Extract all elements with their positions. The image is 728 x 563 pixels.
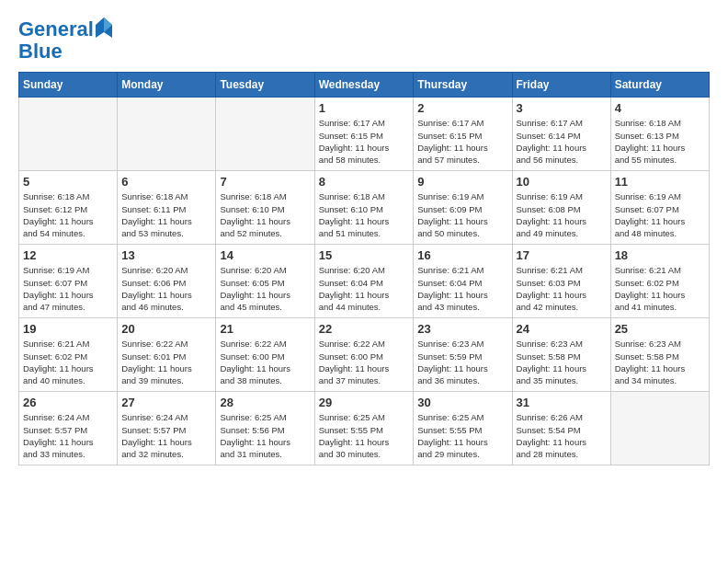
day-number: 29 bbox=[319, 396, 410, 409]
calendar-cell: 24Sunrise: 6:23 AM Sunset: 5:58 PM Dayli… bbox=[512, 318, 610, 392]
calendar-week-row: 12Sunrise: 6:19 AM Sunset: 6:07 PM Dayli… bbox=[19, 245, 710, 318]
day-info: Sunrise: 6:21 AM Sunset: 6:04 PM Dayligh… bbox=[417, 264, 507, 313]
day-info: Sunrise: 6:23 AM Sunset: 5:59 PM Dayligh… bbox=[417, 338, 507, 386]
day-info: Sunrise: 6:18 AM Sunset: 6:11 PM Dayligh… bbox=[121, 190, 211, 239]
day-number: 3 bbox=[517, 101, 607, 115]
calendar-cell: 17Sunrise: 6:21 AM Sunset: 6:03 PM Dayli… bbox=[512, 245, 610, 318]
day-number: 25 bbox=[615, 322, 705, 336]
logo-icon bbox=[96, 17, 112, 38]
calendar-cell: 8Sunrise: 6:18 AM Sunset: 6:10 PM Daylig… bbox=[314, 171, 414, 245]
day-number: 1 bbox=[319, 101, 410, 115]
day-number: 21 bbox=[220, 322, 310, 336]
calendar-week-row: 19Sunrise: 6:21 AM Sunset: 6:02 PM Dayli… bbox=[19, 318, 710, 392]
day-number: 14 bbox=[220, 248, 310, 262]
calendar-cell: 12Sunrise: 6:19 AM Sunset: 6:07 PM Dayli… bbox=[19, 245, 118, 318]
calendar-cell: 25Sunrise: 6:23 AM Sunset: 5:58 PM Dayli… bbox=[610, 318, 709, 392]
day-info: Sunrise: 6:24 AM Sunset: 5:57 PM Dayligh… bbox=[121, 411, 211, 460]
calendar-cell: 11Sunrise: 6:19 AM Sunset: 6:07 PM Dayli… bbox=[610, 171, 709, 245]
weekday-header: Tuesday bbox=[216, 73, 314, 98]
day-info: Sunrise: 6:25 AM Sunset: 5:55 PM Dayligh… bbox=[319, 411, 410, 460]
day-info: Sunrise: 6:21 AM Sunset: 6:02 PM Dayligh… bbox=[615, 264, 705, 313]
day-number: 8 bbox=[319, 175, 410, 189]
day-info: Sunrise: 6:20 AM Sunset: 6:05 PM Dayligh… bbox=[220, 264, 310, 313]
day-number: 22 bbox=[319, 322, 410, 336]
calendar-cell: 2Sunrise: 6:17 AM Sunset: 6:15 PM Daylig… bbox=[414, 98, 512, 171]
day-info: Sunrise: 6:22 AM Sunset: 6:01 PM Dayligh… bbox=[121, 338, 211, 386]
calendar-header-row: SundayMondayTuesdayWednesdayThursdayFrid… bbox=[19, 73, 710, 98]
calendar-cell: 3Sunrise: 6:17 AM Sunset: 6:14 PM Daylig… bbox=[512, 98, 610, 171]
day-number: 23 bbox=[417, 322, 507, 336]
calendar-table: SundayMondayTuesdayWednesdayThursdayFrid… bbox=[18, 72, 710, 465]
calendar-cell: 20Sunrise: 6:22 AM Sunset: 6:01 PM Dayli… bbox=[118, 318, 216, 392]
day-number: 31 bbox=[517, 396, 607, 409]
calendar-cell: 4Sunrise: 6:18 AM Sunset: 6:13 PM Daylig… bbox=[610, 98, 709, 171]
calendar-cell: 15Sunrise: 6:20 AM Sunset: 6:04 PM Dayli… bbox=[314, 245, 414, 318]
weekday-header: Friday bbox=[512, 73, 610, 98]
logo-text-blue: Blue bbox=[18, 40, 112, 63]
weekday-header: Monday bbox=[118, 73, 216, 98]
day-number: 4 bbox=[615, 101, 705, 115]
day-info: Sunrise: 6:18 AM Sunset: 6:10 PM Dayligh… bbox=[220, 190, 310, 239]
calendar-week-row: 1Sunrise: 6:17 AM Sunset: 6:15 PM Daylig… bbox=[19, 98, 710, 171]
day-info: Sunrise: 6:25 AM Sunset: 5:56 PM Dayligh… bbox=[220, 411, 310, 460]
day-number: 11 bbox=[615, 175, 705, 189]
calendar-cell: 10Sunrise: 6:19 AM Sunset: 6:08 PM Dayli… bbox=[512, 171, 610, 245]
calendar-cell: 13Sunrise: 6:20 AM Sunset: 6:06 PM Dayli… bbox=[118, 245, 216, 318]
calendar-cell: 31Sunrise: 6:26 AM Sunset: 5:54 PM Dayli… bbox=[512, 392, 610, 465]
calendar-cell: 19Sunrise: 6:21 AM Sunset: 6:02 PM Dayli… bbox=[19, 318, 118, 392]
calendar-cell: 9Sunrise: 6:19 AM Sunset: 6:09 PM Daylig… bbox=[414, 171, 512, 245]
calendar-cell bbox=[610, 392, 709, 465]
calendar-cell: 6Sunrise: 6:18 AM Sunset: 6:11 PM Daylig… bbox=[118, 171, 216, 245]
day-number: 15 bbox=[319, 248, 410, 262]
day-number: 27 bbox=[121, 396, 211, 409]
calendar-cell: 1Sunrise: 6:17 AM Sunset: 6:15 PM Daylig… bbox=[314, 98, 414, 171]
calendar-cell: 23Sunrise: 6:23 AM Sunset: 5:59 PM Dayli… bbox=[414, 318, 512, 392]
weekday-header: Sunday bbox=[19, 73, 118, 98]
day-number: 18 bbox=[615, 248, 705, 262]
calendar-cell: 18Sunrise: 6:21 AM Sunset: 6:02 PM Dayli… bbox=[610, 245, 709, 318]
day-number: 19 bbox=[23, 322, 113, 336]
day-number: 12 bbox=[23, 248, 113, 262]
day-info: Sunrise: 6:19 AM Sunset: 6:08 PM Dayligh… bbox=[517, 190, 607, 239]
day-info: Sunrise: 6:24 AM Sunset: 5:57 PM Dayligh… bbox=[23, 411, 113, 460]
day-info: Sunrise: 6:22 AM Sunset: 6:00 PM Dayligh… bbox=[319, 338, 410, 386]
calendar-cell: 28Sunrise: 6:25 AM Sunset: 5:56 PM Dayli… bbox=[216, 392, 314, 465]
day-number: 5 bbox=[23, 175, 113, 189]
day-info: Sunrise: 6:22 AM Sunset: 6:00 PM Dayligh… bbox=[220, 338, 310, 386]
weekday-header: Saturday bbox=[610, 73, 709, 98]
day-number: 2 bbox=[417, 101, 507, 115]
day-number: 28 bbox=[220, 396, 310, 409]
day-info: Sunrise: 6:21 AM Sunset: 6:02 PM Dayligh… bbox=[23, 338, 113, 386]
logo-text: General bbox=[18, 18, 94, 40]
day-info: Sunrise: 6:17 AM Sunset: 6:15 PM Dayligh… bbox=[319, 117, 410, 166]
day-info: Sunrise: 6:18 AM Sunset: 6:10 PM Dayligh… bbox=[319, 190, 410, 239]
calendar-week-row: 5Sunrise: 6:18 AM Sunset: 6:12 PM Daylig… bbox=[19, 171, 710, 245]
weekday-header: Thursday bbox=[414, 73, 512, 98]
calendar-cell: 14Sunrise: 6:20 AM Sunset: 6:05 PM Dayli… bbox=[216, 245, 314, 318]
day-number: 16 bbox=[417, 248, 507, 262]
day-number: 17 bbox=[517, 248, 607, 262]
logo: General Blue bbox=[18, 18, 112, 63]
day-number: 13 bbox=[121, 248, 211, 262]
day-info: Sunrise: 6:23 AM Sunset: 5:58 PM Dayligh… bbox=[615, 338, 705, 386]
calendar-cell: 16Sunrise: 6:21 AM Sunset: 6:04 PM Dayli… bbox=[414, 245, 512, 318]
day-info: Sunrise: 6:23 AM Sunset: 5:58 PM Dayligh… bbox=[517, 338, 607, 386]
day-number: 20 bbox=[121, 322, 211, 336]
calendar-cell bbox=[216, 98, 314, 171]
day-info: Sunrise: 6:20 AM Sunset: 6:06 PM Dayligh… bbox=[121, 264, 211, 313]
day-info: Sunrise: 6:19 AM Sunset: 6:07 PM Dayligh… bbox=[615, 190, 705, 239]
day-number: 7 bbox=[220, 175, 310, 189]
day-info: Sunrise: 6:21 AM Sunset: 6:03 PM Dayligh… bbox=[517, 264, 607, 313]
day-info: Sunrise: 6:18 AM Sunset: 6:13 PM Dayligh… bbox=[615, 117, 705, 166]
day-info: Sunrise: 6:26 AM Sunset: 5:54 PM Dayligh… bbox=[517, 411, 607, 460]
day-number: 24 bbox=[517, 322, 607, 336]
day-info: Sunrise: 6:17 AM Sunset: 6:15 PM Dayligh… bbox=[417, 117, 507, 166]
calendar-cell: 30Sunrise: 6:25 AM Sunset: 5:55 PM Dayli… bbox=[414, 392, 512, 465]
day-number: 10 bbox=[517, 175, 607, 189]
day-number: 9 bbox=[417, 175, 507, 189]
calendar-cell: 22Sunrise: 6:22 AM Sunset: 6:00 PM Dayli… bbox=[314, 318, 414, 392]
calendar-cell: 26Sunrise: 6:24 AM Sunset: 5:57 PM Dayli… bbox=[19, 392, 118, 465]
weekday-header: Wednesday bbox=[314, 73, 414, 98]
day-info: Sunrise: 6:19 AM Sunset: 6:09 PM Dayligh… bbox=[417, 190, 507, 239]
calendar-cell: 7Sunrise: 6:18 AM Sunset: 6:10 PM Daylig… bbox=[216, 171, 314, 245]
